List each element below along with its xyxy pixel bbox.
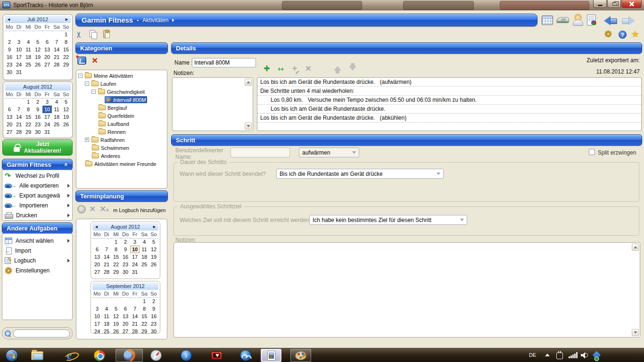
athlete-button[interactable] — [572, 15, 583, 26]
breadcrumb-section[interactable]: Aktivitäten — [142, 17, 168, 24]
calendar-day[interactable]: 19 — [111, 320, 121, 328]
delete-step-button[interactable]: × — [303, 63, 314, 74]
calendar-day[interactable]: 17 — [130, 253, 140, 261]
settings-button[interactable] — [605, 31, 611, 37]
new-category-button[interactable] — [77, 57, 86, 65]
calendar-day[interactable]: 19 — [61, 113, 71, 121]
calendar-day[interactable]: 7 — [130, 305, 140, 313]
calendar-day[interactable]: 13 — [121, 313, 130, 320]
calendar-day[interactable]: 14 — [52, 46, 61, 53]
calendar-day[interactable]: 21 — [52, 53, 61, 61]
calendar-day[interactable]: 20 — [42, 53, 52, 61]
calendar-day[interactable]: 12 — [149, 246, 158, 253]
remove-all-schedule-button[interactable]: ×× — [100, 205, 109, 214]
calendar-day[interactable]: 15 — [140, 313, 149, 320]
calendar-day[interactable]: 15 — [24, 113, 33, 121]
calendar-day[interactable]: 5 — [33, 38, 42, 46]
scroll-down-button[interactable] — [245, 123, 252, 130]
workout-step-row[interactable]: Los bis ich am Gerät die Rundentaste drü… — [257, 78, 641, 87]
calendar-day[interactable]: 31 — [130, 268, 140, 276]
workout-step-row[interactable]: Die Schritte unten 4 mal wiederholen: — [257, 87, 641, 96]
duration-dropdown[interactable]: Bis ich die Rundentaste am Gerät drücke — [276, 169, 444, 179]
calendar-view-button[interactable] — [542, 16, 553, 25]
calendar-day[interactable]: 3 — [42, 98, 52, 106]
favorites-button[interactable]: ★ — [631, 29, 639, 40]
calendar-day[interactable]: 12 — [61, 106, 71, 113]
calendar-day[interactable]: 13 — [42, 46, 52, 53]
taskbar-downloader[interactable] — [208, 349, 224, 362]
calendar-day[interactable]: 1 — [111, 238, 121, 246]
calendar-day[interactable]: 11 — [24, 46, 33, 53]
calendar-day[interactable]: 29 — [111, 268, 121, 276]
calendar-day[interactable]: 10 — [42, 106, 52, 113]
calendar-day[interactable]: 11 — [52, 106, 61, 113]
calendar-day[interactable]: 13 — [92, 253, 102, 261]
calendar-day[interactable]: 23 — [121, 261, 130, 268]
calendar-day[interactable]: 10 — [14, 46, 24, 53]
calendar-day[interactable]: 26 — [33, 61, 42, 68]
taskbar-safari[interactable] — [148, 349, 164, 362]
equipment-button[interactable] — [556, 17, 569, 23]
calendar-day[interactable]: 24 — [130, 261, 140, 268]
calendar-day[interactable]: 28 — [130, 328, 140, 335]
calendar-day[interactable]: 18 — [102, 320, 111, 328]
calendar-day[interactable]: 2 — [149, 297, 158, 305]
calendar-day[interactable]: 6 — [121, 305, 130, 313]
language-indicator[interactable]: DE — [529, 352, 536, 358]
calendar-day[interactable]: 30 — [33, 128, 42, 136]
calendar-day[interactable]: 16 — [5, 53, 14, 61]
calendar-day[interactable]: 7 — [14, 106, 24, 113]
calendar-day[interactable]: 2 — [33, 98, 42, 106]
tree-toggle-icon[interactable]: - — [78, 74, 83, 78]
calendar-day[interactable]: 28 — [52, 61, 61, 68]
start-button[interactable] — [5, 349, 19, 362]
calendar-next-icon[interactable]: ► — [152, 223, 157, 230]
tree-item[interactable]: -Geschwindigkeit — [76, 88, 167, 96]
calendar-day[interactable]: 1 — [140, 297, 149, 305]
calendar-day[interactable]: 21 — [130, 320, 140, 328]
calendar-day[interactable]: 17 — [14, 53, 24, 61]
calendar-day[interactable]: 31 — [14, 68, 24, 76]
calendar-day[interactable]: 9 — [33, 106, 42, 113]
tree-item[interactable]: Laufband — [76, 120, 167, 128]
taskbar-internet-explorer[interactable]: e — [61, 349, 77, 362]
search-icon[interactable] — [5, 330, 11, 337]
calendar-day[interactable]: 23 — [5, 61, 14, 68]
calendar-day[interactable]: 29 — [61, 61, 71, 68]
calendar-day[interactable]: 25 — [102, 328, 111, 335]
calendar-day[interactable]: 6 — [5, 106, 14, 113]
tree-item[interactable]: Rennen — [76, 128, 167, 136]
calendar-day[interactable]: 5 — [149, 238, 158, 246]
calendar-day[interactable]: 3 — [14, 38, 24, 46]
menu-item-ansicht-waehlen[interactable]: Ansicht wählen — [5, 236, 71, 245]
show-hidden-icons-button[interactable] — [545, 354, 550, 356]
add-step-button[interactable]: + — [262, 63, 272, 74]
calendar-day[interactable]: 25 — [140, 261, 149, 268]
calendar-day[interactable]: 10 — [92, 313, 102, 320]
calendar-day[interactable]: 24 — [92, 328, 102, 335]
menu-item-drucken[interactable]: Drucken — [5, 211, 71, 220]
close-button[interactable] — [621, 0, 642, 8]
menu-item-export-ausgewaehlte[interactable]: → Export ausgewä — [5, 191, 71, 200]
calendar-day[interactable]: 27 — [42, 61, 52, 68]
menu-item-einstellungen[interactable]: Einstellungen — [5, 266, 71, 275]
other-tasks-panel-header[interactable]: Andere Aufgaben — [2, 222, 73, 234]
step-notes-box[interactable] — [173, 242, 640, 337]
calendar-day[interactable]: 30 — [121, 268, 130, 276]
breadcrumb[interactable]: Garmin Fitness • Aktivitäten — [75, 14, 537, 26]
calendar-day[interactable]: 20 — [5, 121, 14, 128]
calendar-day[interactable]: 5 — [61, 98, 71, 106]
tree-item[interactable]: Aktivitäten meiner Freunde — [76, 160, 167, 168]
menu-item-importieren[interactable]: ← Importieren — [5, 201, 71, 210]
delete-category-button[interactable]: × — [92, 56, 98, 65]
calendar-day[interactable]: 11 — [102, 313, 111, 320]
forward-button[interactable] — [621, 16, 635, 25]
copy-button[interactable] — [90, 30, 97, 38]
tree-item[interactable]: Schwimmen — [76, 144, 167, 152]
calendar-day[interactable]: 3 — [92, 305, 102, 313]
calendar-day[interactable]: 17 — [92, 320, 102, 328]
calendar-day[interactable]: 17 — [42, 113, 52, 121]
calendar-day[interactable]: 19 — [33, 53, 42, 61]
menu-item-import[interactable]: Import — [5, 246, 71, 255]
calendar-day[interactable]: 22 — [24, 121, 33, 128]
